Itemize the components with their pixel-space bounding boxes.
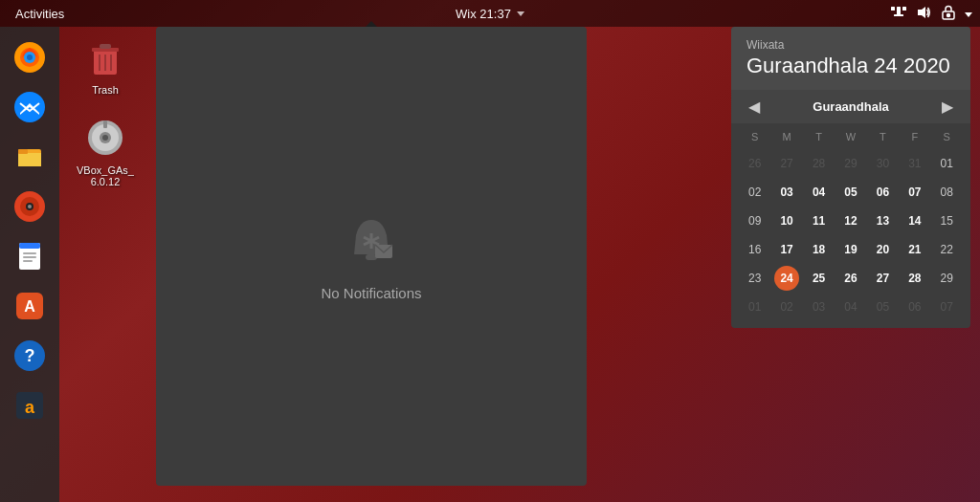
network-icon[interactable] (890, 4, 907, 24)
calendar-day-w4-d3[interactable]: 26 (838, 266, 863, 291)
calendar-day-w2-d2[interactable]: 11 (807, 208, 832, 233)
calendar-day-w2-d0[interactable]: 09 (743, 208, 768, 233)
topbar-right (890, 4, 972, 24)
day-header-m: M (770, 127, 802, 146)
day-header-f: F (899, 127, 930, 146)
svg-text:A: A (24, 298, 35, 315)
calendar-day-w2-d3[interactable]: 12 (838, 208, 863, 233)
no-notifications-text: No Notifications (321, 285, 421, 301)
day-header-s1: S (739, 127, 770, 146)
calendar-day-w1-d2[interactable]: 04 (807, 180, 832, 205)
calendar-day-w1-d3[interactable]: 05 (838, 180, 863, 205)
desktop: Activities Wix 21:37 (0, 0, 980, 502)
day-header-s2: S (931, 127, 963, 146)
calendar-day-w3-d1[interactable]: 17 (774, 237, 799, 262)
calendar-day-w1-d6[interactable]: 08 (934, 180, 959, 205)
dock-item-firefox[interactable] (7, 34, 53, 80)
calendar-day-w1-d0[interactable]: 02 (743, 180, 768, 205)
calendar-day-w1-d5[interactable]: 07 (902, 180, 927, 205)
desktop-icon-trash[interactable]: Trash (67, 34, 144, 96)
calendar-next-button[interactable]: ▶ (936, 98, 959, 116)
calendar-day-w3-d5[interactable]: 21 (902, 237, 927, 262)
calendar-week-3: 16171819202122 (739, 236, 963, 263)
calendar-day-w0-d3[interactable]: 29 (838, 151, 863, 176)
calendar-day-w0-d2[interactable]: 28 (807, 151, 832, 176)
trash-label: Trash (92, 84, 119, 96)
keyboard-icon[interactable] (940, 4, 957, 24)
calendar-day-w2-d1[interactable]: 10 (774, 208, 799, 233)
calendar-day-w0-d6[interactable]: 01 (934, 151, 959, 176)
svg-point-11 (27, 55, 33, 60)
calendar-day-w3-d4[interactable]: 20 (870, 237, 895, 262)
topbar-clock[interactable]: Wix 21:37 (456, 7, 524, 21)
calendar-day-w3-d3[interactable]: 19 (838, 237, 863, 262)
calendar-day-w0-d1[interactable]: 27 (774, 151, 799, 176)
dock-item-appstore[interactable]: A (7, 283, 53, 329)
calendar-day-w5-d5[interactable]: 06 (902, 295, 927, 319)
calendar-day-w5-d0[interactable]: 01 (743, 295, 768, 319)
notification-panel: No Notifications (156, 27, 587, 486)
calendar-day-w5-d3[interactable]: 04 (838, 295, 863, 319)
vbox-label: VBox_GAs_6.0.12 (77, 164, 134, 187)
svg-rect-2 (902, 7, 906, 11)
calendar-day-w4-d6[interactable]: 29 (934, 266, 959, 291)
svg-rect-23 (23, 256, 36, 258)
dock-item-amazon[interactable]: a (7, 382, 53, 428)
calendar-nav: ◀ Guraandhala ▶ (731, 90, 970, 123)
svg-rect-0 (891, 7, 895, 11)
calendar-day-w5-d2[interactable]: 03 (807, 295, 832, 319)
calendar-day-w5-d6[interactable]: 07 (934, 295, 959, 319)
topbar: Activities Wix 21:37 (0, 0, 980, 27)
calendar-wiixata: Wiixata (746, 38, 955, 52)
calendar-day-w2-d6[interactable]: 15 (934, 208, 959, 233)
calendar-day-w4-d1[interactable]: 24 (774, 266, 799, 291)
day-header-t1: T (803, 127, 835, 146)
svg-point-40 (102, 135, 108, 141)
calendar-weeks: 2627282930310102030405060708091011121314… (739, 150, 963, 320)
calendar-day-w2-d5[interactable]: 14 (902, 208, 927, 233)
svg-rect-33 (100, 44, 111, 49)
day-header-t2: T (867, 127, 899, 146)
dock-item-help[interactable]: ? (7, 333, 53, 379)
calendar-day-w3-d6[interactable]: 22 (934, 237, 959, 262)
dock-item-thunderbird[interactable] (7, 84, 53, 130)
calendar-grid: S M T W T F S 26272829303101020304050607… (731, 123, 970, 328)
calendar-day-w0-d4[interactable]: 30 (870, 151, 895, 176)
calendar-day-w2-d4[interactable]: 13 (870, 208, 895, 233)
svg-rect-22 (23, 252, 36, 254)
calendar-week-2: 09101112131415 (739, 207, 963, 234)
calendar-day-w1-d4[interactable]: 06 (870, 180, 895, 205)
calendar-day-w0-d0[interactable]: 26 (743, 151, 768, 176)
dock-item-files[interactable] (7, 134, 53, 180)
trash-icon (82, 34, 128, 80)
day-header-w: W (835, 127, 866, 146)
desktop-icon-vbox[interactable]: VBox_GAs_6.0.12 (67, 115, 144, 187)
svg-point-19 (28, 205, 32, 208)
calendar-day-w4-d2[interactable]: 25 (807, 266, 832, 291)
calendar-day-w3-d0[interactable]: 16 (743, 237, 768, 262)
calendar-day-w0-d5[interactable]: 31 (902, 151, 927, 176)
calendar-day-w5-d4[interactable]: 05 (870, 295, 895, 319)
dock-item-writer[interactable] (7, 233, 53, 279)
volume-icon[interactable] (915, 4, 932, 24)
activities-button[interactable]: Activities (8, 7, 72, 21)
dock-item-rhythmbox[interactable] (7, 184, 53, 229)
clock-dropdown-icon (517, 11, 524, 16)
calendar-day-w4-d0[interactable]: 23 (743, 266, 768, 291)
svg-rect-14 (18, 153, 41, 166)
svg-rect-3 (894, 14, 903, 16)
calendar-week-4: 23242526272829 (739, 265, 963, 292)
svg-rect-24 (23, 260, 33, 262)
calendar-day-w5-d1[interactable]: 02 (774, 295, 799, 319)
topbar-dropdown-icon[interactable] (965, 6, 972, 21)
svg-point-7 (947, 13, 950, 16)
calendar-day-w3-d2[interactable]: 18 (807, 237, 832, 262)
calendar-full-date: Guraandhala 24 2020 (746, 54, 955, 78)
calendar-panel: Wiixata Guraandhala 24 2020 ◀ Guraandhal… (731, 27, 970, 328)
calendar-day-w4-d5[interactable]: 28 (902, 266, 927, 291)
calendar-week-0: 26272829303101 (739, 150, 963, 177)
calendar-prev-button[interactable]: ◀ (743, 98, 766, 116)
calendar-day-w4-d4[interactable]: 27 (870, 266, 895, 291)
svg-rect-41 (103, 120, 107, 128)
calendar-day-w1-d1[interactable]: 03 (774, 180, 799, 205)
